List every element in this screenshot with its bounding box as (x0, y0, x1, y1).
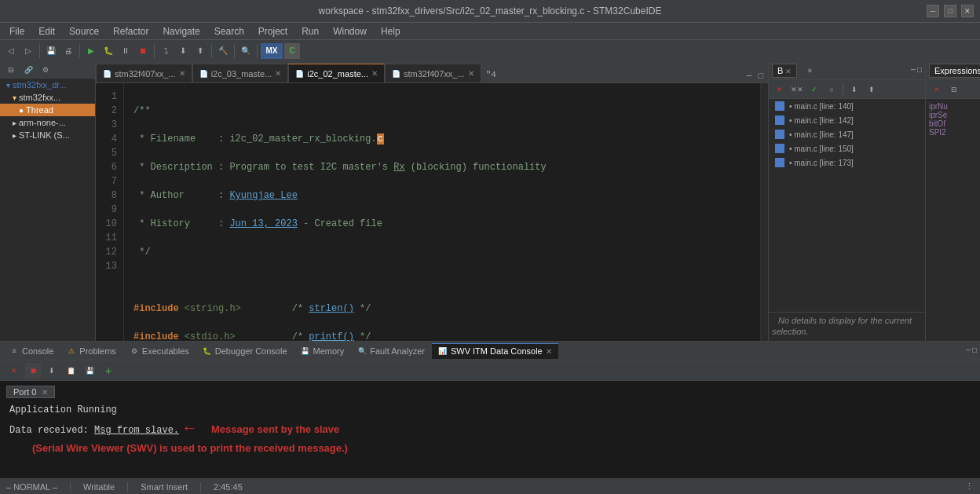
swv-stop-btn[interactable]: ⏹ (25, 363, 41, 379)
toolbar-perspective-c-btn[interactable]: C (284, 43, 300, 59)
bp-export-btn[interactable]: ⬆ (864, 82, 879, 97)
tab-close-3[interactable]: ✕ (371, 69, 378, 78)
link-editor-btn[interactable]: 🔗 (20, 62, 36, 78)
sidebar-item-toolchain[interactable]: ▸ arm-none-... (0, 116, 95, 129)
tab-memory[interactable]: 💾 Memory (294, 343, 351, 359)
port-tab-close[interactable]: ✕ (42, 388, 48, 397)
port-tab[interactable]: Port 0 ✕ (6, 386, 55, 398)
toolbar-build-btn[interactable]: 🔨 (215, 43, 231, 59)
bp-checkbox-4[interactable] (775, 144, 784, 153)
breakpoints-tab-close[interactable]: ✕ (785, 68, 792, 75)
toolbar-run-btn[interactable]: ▶ (83, 43, 99, 59)
swv-scroll-btn[interactable]: ⬇ (44, 363, 60, 379)
tab-stm32f407xx-1[interactable]: 📄 stm32f407xx_... ✕ (96, 64, 192, 82)
expr-collapse-btn[interactable]: ⊟ (946, 82, 962, 97)
tab-problems[interactable]: ⚠ Problems (60, 343, 122, 359)
toolbar-step-over-btn[interactable]: ⤵ (158, 43, 174, 59)
toolbar-perspective-btn[interactable]: MX (261, 43, 283, 59)
swv-export-btn[interactable]: 💾 (82, 363, 97, 379)
bp-disable-btn[interactable]: ○ (824, 82, 839, 97)
sidebar-item-project[interactable]: ▾ stm32fxx_dr... (0, 79, 95, 91)
toolchain-label: arm-none-... (19, 118, 66, 127)
tab-i2c03[interactable]: 📄 i2c_03_maste... ✕ (192, 64, 289, 82)
close-button[interactable]: ✕ (961, 5, 974, 17)
rp-minimize-btn[interactable]: ─ (911, 66, 916, 75)
bp-remove-all-btn[interactable]: ✕✕ (789, 82, 805, 97)
tab-close-2[interactable]: ✕ (275, 69, 281, 78)
tab-stm32f407xx-2[interactable]: 📄 stm32f407xx_... ✕ (385, 64, 481, 82)
minimize-button[interactable]: ─ (927, 5, 939, 17)
bp-checkbox-3[interactable] (775, 130, 784, 139)
breakpoint-item-5[interactable]: • main.c [line: 173] (769, 156, 925, 170)
tab-swv-itm[interactable]: 📊 SWV ITM Data Console ✕ (432, 343, 558, 359)
maximize-button[interactable]: □ (944, 5, 956, 17)
menu-bar: File Edit Source Refactor Navigate Searc… (0, 22, 980, 39)
bottom-maximize-btn[interactable]: □ (972, 346, 977, 355)
toolbar-stop-btn[interactable]: ⏹ (135, 43, 151, 59)
breakpoints-tab[interactable]: B ✕ (772, 64, 797, 78)
sidebar-item-stlink[interactable]: ▸ ST-LINK (S... (0, 129, 95, 141)
breakpoint-item-4[interactable]: • main.c [line: 150] (769, 141, 925, 156)
toolchain-icon: ▸ (13, 119, 16, 127)
code-editor[interactable]: 1 2 3 4 5 6 7 8 9 10 11 12 13 /** * File… (96, 83, 768, 341)
menu-refactor[interactable]: Refactor (107, 24, 155, 38)
bp-remove-btn[interactable]: ✕ (772, 82, 788, 97)
sidebar-item-thread[interactable]: ● Thread (0, 104, 95, 116)
sidebar-item-src-folder[interactable]: ▾ stm32fxx... (0, 91, 95, 104)
swv-clear-btn[interactable]: ✕ (6, 363, 22, 379)
tab-debugger-console[interactable]: 🐛 Debugger Console (196, 343, 294, 359)
tab-i2c02[interactable]: 📄 i2c_02_maste... ✕ (288, 64, 385, 82)
rp-tab-more[interactable]: » (802, 64, 817, 77)
toolbar-save-btn[interactable]: 💾 (43, 43, 59, 59)
tab-fault-analyzer[interactable]: 🔍 Fault Analyzer (351, 343, 431, 359)
expr-tab[interactable]: Expressions (929, 64, 980, 78)
port-tab-label: Port 0 (13, 387, 36, 397)
toolbar-back-btn[interactable]: ◁ (3, 43, 19, 59)
menu-file[interactable]: File (3, 24, 31, 38)
toolbar-forward-btn[interactable]: ▷ (20, 43, 36, 59)
swv-add-btn[interactable]: + (101, 363, 116, 379)
bp-label-4: • main.c [line: 150] (789, 145, 854, 153)
code-content[interactable]: /** * Filename : i2c_02_master_rx_blocki… (124, 83, 760, 341)
breakpoint-item-3[interactable]: • main.c [line: 147] (769, 127, 925, 141)
expand-icon: ▾ (6, 81, 10, 90)
bp-checkbox-5[interactable] (775, 158, 784, 167)
menu-help[interactable]: Help (375, 24, 407, 38)
bottom-minimize-btn[interactable]: ─ (966, 346, 971, 355)
swv-tab-close[interactable]: ✕ (546, 347, 552, 356)
breakpoint-item-2[interactable]: • main.c [line: 142] (769, 113, 925, 127)
menu-search[interactable]: Search (208, 24, 250, 38)
menu-window[interactable]: Window (327, 24, 373, 38)
expr-remove-btn[interactable]: ✕ (929, 82, 945, 97)
sidebar-settings-btn[interactable]: ⚙ (38, 62, 53, 78)
swv-copy-btn[interactable]: 📋 (63, 363, 79, 379)
toolbar-pause-btn[interactable]: ⏸ (118, 43, 133, 59)
tab-console[interactable]: ≡ Console (3, 343, 60, 359)
bp-checkbox-2[interactable] (775, 115, 784, 125)
maximize-editor-btn[interactable]: □ (756, 70, 765, 82)
menu-edit[interactable]: Edit (32, 24, 61, 38)
bp-import-btn[interactable]: ⬇ (847, 82, 862, 97)
rp-maximize-btn[interactable]: □ (917, 66, 922, 75)
toolbar-step-out-btn[interactable]: ⬆ (192, 43, 208, 59)
toolbar-debug-btn[interactable]: 🐛 (101, 43, 116, 59)
menu-project[interactable]: Project (252, 24, 294, 38)
breakpoint-item-1[interactable]: • main.c [line: 140] (769, 99, 925, 113)
toolbar-step-into-btn[interactable]: ⬇ (175, 43, 191, 59)
menu-run[interactable]: Run (295, 24, 325, 38)
toolbar-print-btn[interactable]: 🖨 (60, 43, 76, 59)
tab-executables[interactable]: ⚙ Executables (123, 343, 196, 359)
rp-tab-bar-right: ─ □ (911, 66, 922, 75)
collapse-all-btn[interactable]: ⊟ (3, 62, 19, 78)
tab-close-1[interactable]: ✕ (179, 69, 185, 78)
bp-enable-btn[interactable]: ✓ (806, 82, 822, 97)
tab-close-4[interactable]: ✕ (468, 69, 474, 78)
minimize-editor-btn[interactable]: ─ (745, 70, 754, 82)
toolbar-search-btn[interactable]: 🔍 (238, 43, 254, 59)
bp-checkbox-1[interactable] (775, 101, 784, 111)
editor-scrollbar[interactable] (760, 83, 768, 341)
tab-more[interactable]: "4 (481, 67, 501, 82)
menu-source[interactable]: Source (63, 24, 105, 38)
menu-navigate[interactable]: Navigate (156, 24, 206, 38)
status-more-btn[interactable]: ⋮ (965, 481, 974, 492)
